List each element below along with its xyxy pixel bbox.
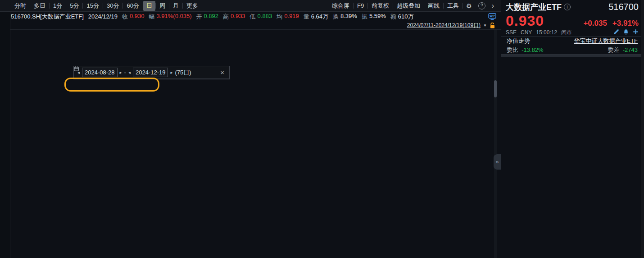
next-date-icon[interactable]: ▸ — [170, 70, 172, 75]
price-change: +0.035 — [583, 19, 607, 28]
collapse-panel-icon[interactable]: › — [489, 2, 497, 10]
interval-days-label: (75日) — [175, 69, 191, 77]
exchange-label: SSE — [506, 29, 517, 36]
etf-name: 大数据产业ETF — [506, 2, 562, 13]
quote-field-label: 高 — [223, 13, 229, 21]
etf-code: 516700 — [608, 2, 639, 12]
close-icon[interactable]: × — [219, 69, 226, 76]
quote-date: 2024/12/19 — [88, 13, 118, 20]
period-tab-10[interactable]: 更多 — [183, 1, 202, 11]
quote-field-0: 收0.930 — [122, 13, 145, 21]
quote-field-value: 5.59% — [369, 13, 386, 21]
tool-button-1[interactable]: F9 — [354, 1, 367, 10]
trading-app-window: 分时多日1分5分15分30分60分日周月更多 综合屏F9前复权超级叠加画线工具 … — [0, 0, 644, 258]
quote-panel-header: 大数据产业ETF i 516700 0.930 +0.035 +3.91% SS… — [501, 0, 644, 36]
price-change-pct: +3.91% — [612, 19, 639, 28]
svg-text:WP: WP — [490, 14, 495, 18]
quote-field-value: 610万 — [398, 13, 414, 21]
period-tabs: 分时多日1分5分15分30分60分日周月更多 — [11, 1, 202, 11]
add-icon[interactable] — [633, 29, 639, 36]
calendar-icon — [74, 66, 79, 71]
tool-button-3[interactable]: 超级叠加 — [393, 1, 424, 11]
toolbar-right: 综合屏F9前复权超级叠加画线工具 ⚙ ? › — [328, 1, 501, 11]
kline-chart[interactable]: ◂ 2024-08-28 ▸ - ◂ 2024-12-19 ▸ (75日) × — [10, 30, 501, 258]
quote-field-value: 8.39% — [340, 13, 357, 21]
weibi-label: 委比 — [507, 46, 518, 54]
prev-date-icon[interactable]: ◂ — [128, 70, 131, 75]
quote-field-label: 收 — [122, 13, 128, 21]
ma-legend-bar: 2024/07/11-2024/12/19(109日) ▼ — [0, 21, 501, 30]
unlock-icon[interactable] — [490, 22, 495, 29]
period-tab-6[interactable]: 60分 — [123, 1, 142, 11]
period-toolbar: 分时多日1分5分15分30分60分日周月更多 综合屏F9前复权超级叠加画线工具 … — [0, 0, 501, 12]
quote-field-value: 0.933 — [231, 13, 245, 21]
quote-field-8: 振5.59% — [362, 13, 386, 21]
period-tab-3[interactable]: 5分 — [66, 1, 82, 11]
quote-field-label: 量 — [304, 13, 309, 21]
chart-scrollbar[interactable] — [494, 30, 497, 258]
help-icon[interactable]: ? — [478, 2, 485, 9]
quote-field-1: 幅3.91%(0.035) — [149, 13, 191, 21]
quote-field-value: 0.919 — [284, 13, 299, 21]
quote-panel: 大数据产业ETF i 516700 0.930 +0.035 +3.91% SS… — [501, 0, 644, 258]
end-date-picker[interactable]: 2024-12-19 — [133, 68, 168, 77]
tool-button-2[interactable]: 前复权 — [368, 1, 393, 11]
last-price: 0.930 — [506, 13, 544, 29]
chart-scrollbar-thumb[interactable] — [494, 80, 497, 97]
quote-field-label: 额 — [390, 13, 396, 21]
start-date-picker[interactable]: 2024-08-28 — [82, 68, 118, 77]
period-tab-7[interactable]: 日 — [143, 1, 155, 11]
info-icon[interactable]: i — [564, 4, 571, 10]
date-separator: - — [124, 69, 126, 76]
tool-button-4[interactable]: 画线 — [424, 1, 443, 11]
left-view-sidebar — [0, 12, 10, 258]
quote-info-bar: 516700.SH[大数据产业ETF] 2024/12/19 收0.930幅3.… — [0, 12, 501, 21]
market-status: 闭市 — [561, 29, 572, 37]
wp-icon[interactable]: WP — [488, 13, 501, 20]
weicha-value: -2743 — [623, 46, 638, 53]
tool-button-5[interactable]: 工具 — [444, 1, 463, 11]
interval-stats-popup: ◂ 2024-08-28 ▸ - ◂ 2024-12-19 ▸ (75日) × — [73, 66, 230, 79]
period-tab-0[interactable]: 分时 — [11, 1, 30, 11]
panel-scrollbar[interactable] — [641, 0, 644, 258]
expand-panel-handle[interactable]: » — [494, 154, 501, 170]
edit-icon[interactable] — [613, 29, 619, 37]
weibi-value: -13.82% — [522, 46, 543, 53]
quote-field-label: 幅 — [149, 13, 154, 21]
quote-field-value: 0.883 — [258, 13, 272, 21]
kline-chart-svg[interactable] — [10, 30, 501, 258]
symbol-label: 516700.SH[大数据产业ETF] — [11, 13, 84, 21]
fund-full-name-link[interactable]: 华宝中证大数据产业ETF — [574, 37, 638, 45]
quote-fields: 收0.930幅3.91%(0.035)开0.892高0.933低0.883均0.… — [122, 13, 414, 21]
period-tab-1[interactable]: 多日 — [30, 1, 49, 11]
nav-trend-row[interactable]: 净值走势 华宝中证大数据产业ETF — [501, 37, 644, 46]
quote-field-label: 振 — [362, 13, 367, 21]
start-date-value: 2024-08-28 — [85, 69, 115, 76]
quote-field-value: 3.91%(0.035) — [156, 13, 191, 21]
currency-label: CNY — [521, 29, 532, 36]
period-tab-4[interactable]: 15分 — [83, 1, 102, 11]
quote-field-value: 6.64万 — [311, 13, 328, 21]
quote-field-6: 量6.64万 — [304, 13, 328, 21]
date-range-label[interactable]: 2024/07/11-2024/12/19(109日) — [407, 22, 481, 29]
quote-field-3: 高0.933 — [223, 13, 245, 21]
quote-field-label: 换 — [333, 13, 339, 21]
next-date-icon[interactable]: ▸ — [120, 70, 122, 75]
date-range-selector[interactable]: 2024/07/11-2024/12/19(109日) ▼ — [407, 22, 501, 29]
period-tab-2[interactable]: 1分 — [50, 1, 66, 11]
period-tab-9[interactable]: 月 — [169, 1, 182, 11]
quote-field-5: 均0.919 — [277, 13, 299, 21]
chevron-down-icon[interactable]: ▼ — [483, 23, 487, 28]
quote-field-2: 开0.892 — [196, 13, 219, 21]
quote-field-value: 0.930 — [130, 13, 145, 21]
tool-buttons: 综合屏F9前复权超级叠加画线工具 — [328, 1, 463, 11]
end-date-value: 2024-12-19 — [136, 69, 166, 76]
tool-button-0[interactable]: 综合屏 — [328, 1, 353, 11]
nav-trend-label[interactable]: 净值走势 — [507, 37, 530, 45]
period-tab-8[interactable]: 周 — [156, 1, 169, 11]
quote-field-label: 低 — [250, 13, 256, 21]
weicha-label: 委差 — [608, 46, 620, 54]
period-tab-5[interactable]: 30分 — [103, 1, 122, 11]
gear-icon[interactable]: ⚙ — [463, 2, 475, 9]
alert-bell-icon[interactable] — [623, 29, 629, 37]
